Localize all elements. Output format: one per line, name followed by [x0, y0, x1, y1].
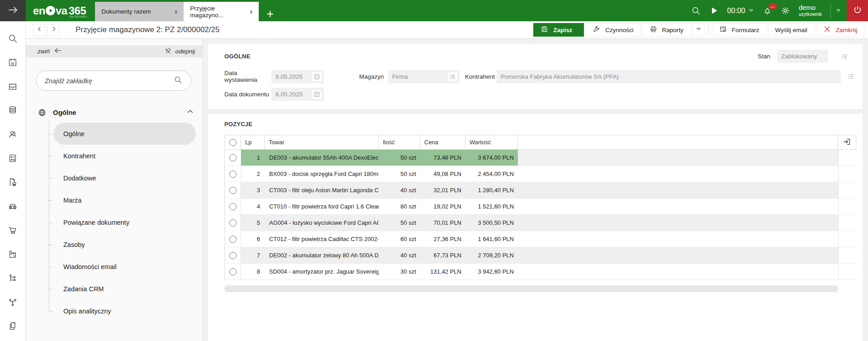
- notifications-bell-icon[interactable]: ...: [763, 6, 772, 15]
- kontrahent-field[interactable]: Pomorska Fabryka Akumulatorów SA (PFA): [497, 70, 841, 83]
- cell-towar: DE002 - akumulator żelowy 80 Ah 500A Dex…: [265, 247, 379, 263]
- sidebar-tree-item[interactable]: Opis analityczny: [53, 300, 196, 322]
- sidebar-tree-item[interactable]: Kontrahent: [53, 145, 196, 167]
- tab-close-icon[interactable]: x: [175, 9, 177, 15]
- menu-expand-button[interactable]: [0, 0, 26, 21]
- inbox-rail-button[interactable]: [0, 74, 25, 98]
- sidebar-tree-item[interactable]: Wiadomości email: [53, 256, 196, 278]
- calendar-icon[interactable]: [311, 89, 323, 100]
- chevron-up-icon[interactable]: [186, 108, 194, 117]
- data-wystawienia-field[interactable]: 8.05.2025: [271, 70, 324, 83]
- horizontal-scrollbar[interactable]: [224, 285, 838, 292]
- column-header-ilosc[interactable]: Ilość: [379, 135, 420, 149]
- calendar-icon[interactable]: [311, 71, 323, 82]
- trade-documents-rail-button[interactable]: [0, 170, 25, 194]
- cell-towar: BX003 - docisk sprzęgła Ford Capri 180mm…: [265, 166, 379, 182]
- sidebar-tree-item[interactable]: Powiązane dokumenty: [53, 211, 196, 233]
- timer-value: 00:00: [727, 7, 745, 15]
- new-tab-button[interactable]: +: [259, 7, 281, 21]
- database-rail-button[interactable]: [0, 98, 25, 122]
- kontrahent-lookup-icon[interactable]: [845, 71, 856, 82]
- sidebar-tree-item[interactable]: Dodatkowe: [53, 167, 196, 189]
- documents-rail-button[interactable]: [0, 314, 25, 338]
- tab-bar: Dokumenty razem x Przyjęcie magazyno... …: [95, 0, 281, 21]
- header-radio-cell[interactable]: [225, 135, 241, 149]
- table-row[interactable]: 6 CT012 - filtr powietrza Cadillac CTS 2…: [225, 231, 856, 247]
- stan-field[interactable]: Zablokowany: [777, 50, 828, 63]
- tab-przyjecie-magazynowe[interactable]: Przyjęcie magazyno... x: [184, 2, 259, 21]
- sidebar-tree-item[interactable]: Zadania CRM: [53, 278, 196, 300]
- cell-wartosc: 2 454,00 PLN: [465, 166, 518, 182]
- production-rail-button[interactable]: [0, 242, 25, 266]
- open-row-button[interactable]: [838, 135, 856, 149]
- save-button[interactable]: Zapisz: [533, 23, 584, 37]
- reports-dropdown-button[interactable]: [692, 23, 705, 37]
- magazyn-field[interactable]: Firma: [388, 70, 460, 83]
- sidebar-tree-item[interactable]: Marża: [53, 189, 196, 211]
- user-menu[interactable]: demo uzytkownik: [799, 4, 822, 17]
- column-header-towar[interactable]: Towar: [265, 135, 379, 149]
- form-button[interactable]: Formularz: [712, 23, 767, 37]
- send-email-button[interactable]: Wyślij email: [768, 23, 815, 37]
- floppy-disk-icon: [541, 25, 548, 34]
- nav-forward-button[interactable]: [47, 24, 60, 36]
- caret-down-icon[interactable]: [748, 8, 754, 14]
- cell-lp: 5: [241, 215, 265, 231]
- document-content: OGÓLNE Stan Zablokowany Data wystawienia…: [203, 39, 868, 341]
- cell-ilosc: 60 szt: [379, 231, 420, 247]
- sidebar-tree-item[interactable]: Ogólne: [53, 123, 196, 145]
- list-lookup-icon[interactable]: [447, 71, 458, 82]
- integrations-rail-button[interactable]: [0, 290, 25, 314]
- search-rail-button[interactable]: [0, 26, 25, 50]
- row-radio-selector[interactable]: [225, 150, 241, 166]
- data-dokumentu-field[interactable]: 8.05.2025: [271, 88, 324, 101]
- sidebar-tree-item[interactable]: Zasoby: [53, 233, 196, 256]
- table-row[interactable]: 3 CT003 - filtr oleju Aston Martin Lagon…: [225, 182, 856, 199]
- reports-button[interactable]: Raporty: [642, 23, 691, 37]
- row-radio-selector[interactable]: [225, 166, 241, 182]
- row-radio-selector[interactable]: [225, 215, 241, 231]
- tree-group-ogolne[interactable]: Ogólne: [38, 108, 194, 117]
- column-header-cena[interactable]: Cena: [420, 135, 465, 149]
- nav-back-button[interactable]: [33, 24, 45, 36]
- column-header-wartosc[interactable]: Wartość: [465, 135, 518, 149]
- form-label: Formularz: [732, 27, 759, 33]
- row-radio-selector[interactable]: [225, 231, 241, 247]
- play-icon[interactable]: [709, 6, 719, 15]
- contacts-rail-button[interactable]: [0, 122, 25, 146]
- purchases-rail-button[interactable]: [0, 218, 25, 242]
- search-icon[interactable]: [691, 6, 701, 15]
- row-radio-selector[interactable]: [225, 264, 241, 279]
- row-radio-selector[interactable]: [225, 182, 241, 198]
- tab-dokumenty-razem[interactable]: Dokumenty razem x: [95, 2, 184, 21]
- tab-close-icon[interactable]: x: [250, 9, 252, 15]
- processes-rail-button[interactable]: [0, 266, 25, 290]
- unpin-panel-button[interactable]: odepnij: [164, 47, 195, 56]
- close-button[interactable]: Zamknij: [816, 23, 864, 37]
- stan-lookup-icon[interactable]: [839, 51, 850, 62]
- row-radio-selector[interactable]: [225, 199, 241, 214]
- table-row[interactable]: 2 BX003 - docisk sprzęgła Ford Capri 180…: [225, 166, 856, 182]
- table-row[interactable]: 4 CT010 - filtr powietrza ford Capri 1.6…: [225, 199, 856, 215]
- table-row[interactable]: 8 SD004 - amortyzator prz. Jaguar Sovere…: [225, 264, 856, 280]
- caret-down-icon[interactable]: [835, 8, 841, 14]
- actions-label: Czynności: [605, 27, 633, 33]
- search-icon: [8, 33, 18, 43]
- collapse-panel-button[interactable]: zwiń: [38, 47, 62, 56]
- tab-search-input[interactable]: [45, 77, 174, 85]
- actions-button[interactable]: Czynności: [585, 23, 640, 37]
- vehicles-rail-button[interactable]: [0, 194, 25, 218]
- gear-icon[interactable]: [781, 6, 790, 15]
- power-logout-button[interactable]: [847, 0, 868, 21]
- row-radio-selector[interactable]: [225, 247, 241, 263]
- column-header-lp[interactable]: Lp: [241, 135, 265, 149]
- production-icon: [8, 249, 18, 259]
- table-row[interactable]: 1 DE003 - akumulator 55Ah 400A DexoElect…: [225, 150, 856, 166]
- inbox-icon: [8, 81, 18, 91]
- cell-ilosc: 50 szt: [379, 215, 420, 231]
- cell-icon-column: [838, 150, 856, 166]
- calendar-rail-button[interactable]: 31: [0, 50, 25, 74]
- table-row[interactable]: 7 DE002 - akumulator żelowy 80 Ah 500A D…: [225, 247, 856, 264]
- calculator-rail-button[interactable]: [0, 146, 25, 170]
- table-row[interactable]: 5 AG004 - łożysko wyciskowe Ford Capri A…: [225, 215, 856, 231]
